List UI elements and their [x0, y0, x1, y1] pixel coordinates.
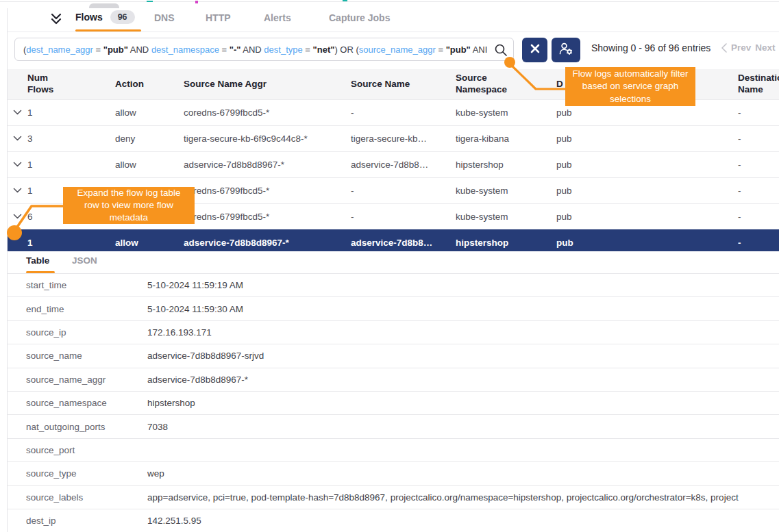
- next-button[interactable]: Next: [755, 42, 775, 53]
- cell-dest-name-aggr: pub: [556, 107, 738, 118]
- detail-key: source_ip: [8, 327, 147, 338]
- detail-value: 172.16.193.171: [147, 327, 779, 338]
- tab-capture-jobs[interactable]: Capture Jobs: [329, 12, 390, 23]
- cell-source-name-aggr: coredns-6799fbcd5-*: [184, 212, 351, 222]
- collapse-panel-icon[interactable]: [49, 13, 64, 28]
- cell-source-namespace: kube-system: [456, 107, 556, 118]
- query-field: dest_namespace: [151, 45, 219, 55]
- artifact: [343, 0, 347, 1]
- detail-value: adservice-7d8b8d8967-srjvd: [147, 351, 779, 361]
- tab-alerts[interactable]: Alerts: [264, 12, 291, 23]
- detail-tab-json[interactable]: JSON: [72, 255, 97, 266]
- divider: [0, 1, 779, 2]
- cell-num-flows: 1: [27, 160, 115, 170]
- col-header-source-namespace: Source Namespace: [456, 73, 556, 96]
- prev-button[interactable]: Prev: [731, 42, 751, 53]
- clear-filter-button[interactable]: [522, 38, 547, 62]
- tab-flows-label: Flows: [75, 12, 103, 23]
- detail-key: start_time: [8, 280, 147, 290]
- expand-row-chevron-icon[interactable]: [8, 136, 27, 142]
- query-operator: AND: [240, 45, 264, 55]
- query-value: "pub": [103, 45, 128, 55]
- detail-value: 7038: [147, 422, 779, 432]
- detail-row: nat_outgoing_ports7038: [8, 414, 779, 438]
- detail-row: end_time5-10-2024 11:59:30 AM: [8, 296, 779, 320]
- flow-logs-panel: Flows 96 DNS HTTP Alerts Capture Jobs (d…: [0, 0, 779, 532]
- col-header-action: Action: [115, 79, 184, 90]
- cell-source-name: adservice-7d8b8…: [351, 160, 456, 170]
- cell-source-name-aggr: tigera-secure-kb-6f9c9c44c8-*: [184, 134, 351, 144]
- detail-row: source_port: [8, 438, 779, 461]
- user-settings-button[interactable]: [552, 38, 580, 62]
- cell-num-flows: 3: [27, 134, 115, 144]
- detail-key: source_name: [8, 351, 147, 361]
- cell-source-namespace: tigera-kibana: [456, 134, 556, 144]
- artifact: [195, 1, 198, 3]
- cell-dest-name-aggr: pub: [556, 212, 738, 222]
- detail-value: 5-10-2024 11:59:30 AM: [147, 304, 779, 314]
- top-sliver: [0, 0, 779, 8]
- filter-query-input[interactable]: (dest_name_aggr = "pub" AND dest_namespa…: [14, 38, 514, 61]
- col-header-destination-name: Destination Name: [738, 73, 779, 96]
- filter-query-text: (dest_name_aggr = "pub" AND dest_namespa…: [23, 45, 488, 55]
- cell-action: allow: [115, 160, 184, 170]
- cell-action: allow: [115, 238, 184, 248]
- close-icon: [530, 44, 540, 56]
- cell-source-namespace: hipstershop: [456, 160, 556, 170]
- expand-row-chevron-icon[interactable]: [8, 110, 27, 116]
- artifact: [147, 1, 153, 2]
- flow-row[interactable]: 1allowadservice-7d8b8d8967-*adservice-7d…: [8, 151, 779, 177]
- cell-action: deny: [115, 134, 184, 144]
- query-value: "-": [230, 45, 241, 55]
- detail-tab-table[interactable]: Table: [26, 255, 49, 266]
- detail-value: hipstershop: [147, 398, 779, 408]
- cell-source-namespace: kube-system: [456, 186, 556, 196]
- cell-source-name-aggr: adservice-7d8b8d8967-*: [184, 160, 351, 170]
- cell-destination-name: -: [738, 107, 779, 118]
- tab-bar: Flows 96 DNS HTTP Alerts Capture Jobs: [8, 8, 779, 32]
- detail-key: nat_outgoing_ports: [8, 422, 147, 432]
- detail-row: dest_ip142.251.5.95: [8, 509, 779, 532]
- detail-value: 142.251.5.95: [147, 516, 779, 526]
- query-field: dest_type: [264, 45, 302, 55]
- expand-row-chevron-icon[interactable]: [8, 214, 27, 220]
- expand-row-chevron-icon[interactable]: [8, 162, 27, 168]
- cell-num-flows: 1: [27, 238, 115, 248]
- detail-table: start_time5-10-2024 11:59:19 AMend_time5…: [8, 273, 779, 532]
- cell-dest-name-aggr: pub: [556, 160, 738, 170]
- tab-flows[interactable]: Flows 96: [75, 10, 135, 24]
- query-value: "pub": [446, 45, 471, 55]
- expand-row-chevron-icon[interactable]: [8, 188, 27, 194]
- query-field: source_name_aggr: [359, 45, 436, 55]
- query-value: "net": [313, 45, 335, 55]
- query-operator: =: [303, 45, 313, 55]
- pagination: Prev Next: [721, 42, 779, 53]
- cell-source-namespace: hipstershop: [456, 238, 556, 248]
- detail-tabs: Table JSON: [8, 251, 779, 273]
- cell-source-name: -: [351, 186, 456, 196]
- flow-row[interactable]: 3denytigera-secure-kb-6f9c9c44c8-*tigera…: [8, 125, 779, 151]
- active-tab-underline: [75, 29, 141, 31]
- detail-key: source_name_aggr: [8, 375, 147, 385]
- user-gear-icon: [558, 42, 573, 58]
- detail-row: source_namespacehipstershop: [8, 391, 779, 414]
- query-operator: =: [219, 45, 230, 55]
- cell-source-name-aggr: coredns-6799fbcd5-*: [184, 186, 351, 196]
- col-header-source-name: Source Name: [351, 79, 456, 90]
- cell-destination-name: -: [738, 160, 779, 170]
- detail-key: dest_ip: [8, 516, 147, 526]
- chevron-left-icon: [721, 43, 727, 53]
- detail-row: start_time5-10-2024 11:59:19 AM: [8, 273, 779, 296]
- cell-source-name: -: [351, 212, 456, 222]
- results-count: Showing 0 - 96 of 96 entries: [591, 42, 710, 53]
- detail-row: source_labelsapp=adservice, pci=true, po…: [8, 485, 779, 509]
- flow-table-body: 1allowcoredns-6799fbcd5-*-kube-systempub…: [8, 99, 779, 255]
- detail-row: source_ip172.16.193.171: [8, 320, 779, 344]
- tab-http[interactable]: HTTP: [206, 12, 231, 23]
- cell-destination-name: -: [738, 134, 779, 144]
- flows-count-badge: 96: [110, 10, 135, 24]
- cell-dest-name-aggr: pub: [556, 186, 738, 196]
- tab-dns[interactable]: DNS: [154, 12, 175, 23]
- search-icon[interactable]: [494, 43, 508, 60]
- query-operator: =: [436, 45, 446, 55]
